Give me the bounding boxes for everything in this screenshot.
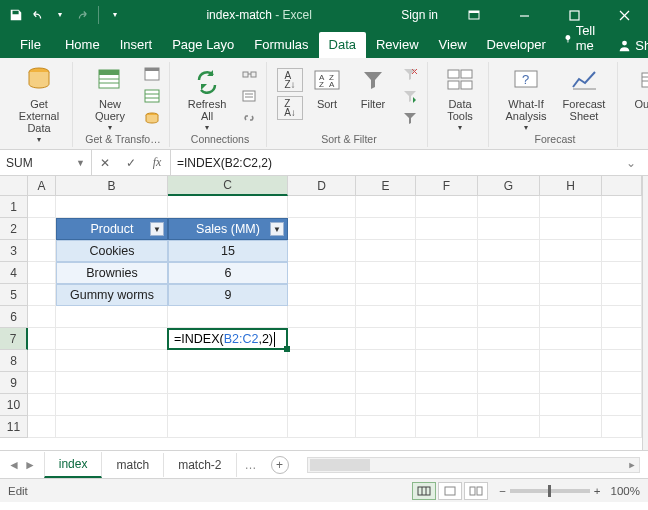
refresh-all-button[interactable]: Refresh All ▾ — [180, 62, 234, 132]
row-4[interactable]: 4 — [0, 262, 28, 284]
insert-function-button[interactable]: fx — [144, 155, 170, 170]
data-tools-button[interactable]: Data Tools ▾ — [438, 62, 482, 132]
show-queries-icon[interactable] — [141, 64, 163, 84]
edit-links-icon[interactable] — [238, 108, 260, 128]
chevron-down-icon[interactable]: ▼ — [76, 158, 85, 168]
sheet-tab-match[interactable]: match — [102, 453, 164, 477]
minimize-icon[interactable] — [504, 0, 544, 30]
new-sheet-button[interactable]: + — [271, 456, 289, 474]
advanced-filter-icon[interactable] — [399, 108, 421, 128]
sort-button[interactable]: AZZA Sort — [307, 62, 347, 110]
page-break-view-button[interactable] — [464, 482, 488, 500]
cell[interactable]: Cookies — [56, 240, 168, 262]
tab-file[interactable]: File — [6, 32, 55, 58]
row-11[interactable]: 11 — [0, 416, 28, 438]
cancel-edit-button[interactable]: ✕ — [92, 156, 118, 170]
tell-me[interactable]: Tell me — [556, 18, 609, 58]
expand-formula-bar-icon[interactable]: ⌄ — [620, 156, 642, 170]
recent-sources-icon[interactable] — [141, 108, 163, 128]
filter-dropdown-icon[interactable]: ▼ — [150, 222, 164, 236]
cell[interactable]: 9 — [168, 284, 288, 306]
more-sheets-icon[interactable]: … — [237, 458, 265, 472]
formula-input[interactable]: =INDEX(B2:C2,2) ⌄ — [171, 150, 648, 175]
outline-button[interactable]: Outline ▾ — [628, 62, 648, 120]
sheet-nav-next-icon[interactable]: ► — [24, 458, 36, 472]
row-9[interactable]: 9 — [0, 372, 28, 394]
redo-icon[interactable] — [74, 7, 90, 23]
enter-edit-button[interactable]: ✓ — [118, 156, 144, 170]
tab-review[interactable]: Review — [366, 32, 429, 58]
page-layout-view-button[interactable] — [438, 482, 462, 500]
col-B[interactable]: B — [56, 176, 168, 196]
what-if-button[interactable]: ? What-If Analysis ▾ — [499, 62, 553, 132]
vertical-scrollbar[interactable] — [642, 176, 648, 450]
share-button[interactable]: Share — [608, 33, 648, 58]
save-icon[interactable] — [8, 7, 24, 23]
row-8[interactable]: 8 — [0, 350, 28, 372]
sort-az-button[interactable]: AZ↓ — [277, 68, 303, 92]
reapply-icon[interactable] — [399, 86, 421, 106]
sheet-tab-match-2[interactable]: match-2 — [164, 453, 236, 477]
name-box[interactable]: SUM ▼ — [0, 150, 92, 175]
row-10[interactable]: 10 — [0, 394, 28, 416]
close-icon[interactable] — [604, 0, 644, 30]
sign-in-link[interactable]: Sign in — [395, 4, 444, 26]
cell-edit-overlay[interactable]: =INDEX(B2:C2,2) — [170, 330, 279, 348]
tab-data[interactable]: Data — [319, 32, 366, 58]
row-1[interactable]: 1 — [0, 196, 28, 218]
new-query-button[interactable]: New Query ▾ — [83, 62, 137, 132]
col-G[interactable]: G — [478, 176, 540, 196]
cell[interactable]: Gummy worms — [56, 284, 168, 306]
col-E[interactable]: E — [356, 176, 416, 196]
sheet-nav-prev-icon[interactable]: ◄ — [8, 458, 20, 472]
connections-icon[interactable] — [238, 64, 260, 84]
qat-customize-icon[interactable]: ▾ — [107, 7, 123, 23]
zoom-out-button[interactable]: − — [499, 485, 506, 497]
table-header-product[interactable]: Product▼ — [56, 218, 168, 240]
col-D[interactable]: D — [288, 176, 356, 196]
tab-developer[interactable]: Developer — [477, 32, 556, 58]
normal-view-button[interactable] — [412, 482, 436, 500]
col-H[interactable]: H — [540, 176, 602, 196]
filter-button[interactable]: Filter — [351, 62, 395, 110]
row-headers[interactable]: 1 2 3 4 5 6 7 8 9 10 11 — [0, 196, 28, 450]
col-A[interactable]: A — [28, 176, 56, 196]
forecast-sheet-button[interactable]: Forecast Sheet — [557, 62, 611, 122]
undo-icon[interactable] — [30, 7, 46, 23]
col-F[interactable]: F — [416, 176, 478, 196]
worksheet-grid[interactable]: A B C D E F G H 1 2 3 4 5 6 7 8 9 — [0, 176, 648, 450]
properties-icon[interactable] — [238, 86, 260, 106]
tab-view[interactable]: View — [429, 32, 477, 58]
ribbon-display-options-icon[interactable] — [454, 0, 494, 30]
column-headers[interactable]: A B C D E F G H — [28, 176, 642, 196]
filter-dropdown-icon[interactable]: ▼ — [270, 222, 284, 236]
tab-page-layout[interactable]: Page Layo — [162, 32, 244, 58]
cell[interactable]: 6 — [168, 262, 288, 284]
col-tail[interactable] — [602, 176, 642, 196]
from-table-icon[interactable] — [141, 86, 163, 106]
cell[interactable]: Brownies — [56, 262, 168, 284]
select-all-corner[interactable] — [0, 176, 28, 196]
tab-formulas[interactable]: Formulas — [244, 32, 318, 58]
zoom-in-button[interactable]: + — [594, 485, 601, 497]
clear-filter-icon[interactable] — [399, 64, 421, 84]
tab-home[interactable]: Home — [55, 32, 110, 58]
row-6[interactable]: 6 — [0, 306, 28, 328]
row-3[interactable]: 3 — [0, 240, 28, 262]
sort-za-button[interactable]: ZA↓ — [277, 96, 303, 120]
svg-text:Z: Z — [319, 80, 324, 89]
table-header-sales[interactable]: Sales (MM)▼ — [168, 218, 288, 240]
undo-dropdown-icon[interactable]: ▾ — [52, 7, 68, 23]
cell[interactable]: 15 — [168, 240, 288, 262]
horizontal-scrollbar[interactable]: ◄ ► — [307, 457, 640, 473]
sheet-tab-index[interactable]: index — [44, 452, 103, 478]
col-C[interactable]: C — [168, 176, 288, 196]
row-5[interactable]: 5 — [0, 284, 28, 306]
tab-insert[interactable]: Insert — [110, 32, 163, 58]
row-7[interactable]: 7 — [0, 328, 28, 350]
zoom-slider[interactable] — [510, 489, 590, 493]
get-external-data-button[interactable]: Get External Data ▾ — [12, 62, 66, 144]
row-2[interactable]: 2 — [0, 218, 28, 240]
svg-rect-19 — [251, 72, 256, 77]
zoom-level[interactable]: 100% — [611, 485, 640, 497]
